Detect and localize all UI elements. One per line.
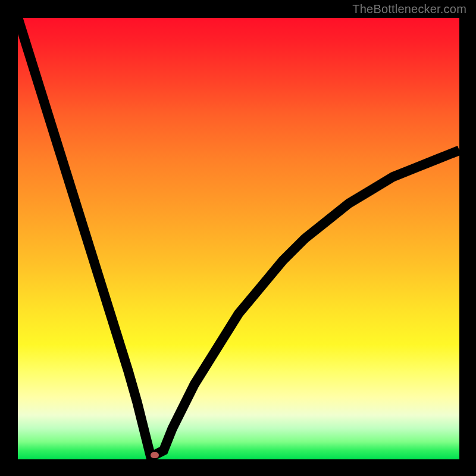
- plot-area: [18, 18, 459, 459]
- bottleneck-curve: [18, 18, 459, 459]
- watermark-text: TheBottlenecker.com: [352, 2, 466, 16]
- optimum-marker: [151, 452, 159, 458]
- chart-frame: TheBottlenecker.com: [0, 0, 476, 476]
